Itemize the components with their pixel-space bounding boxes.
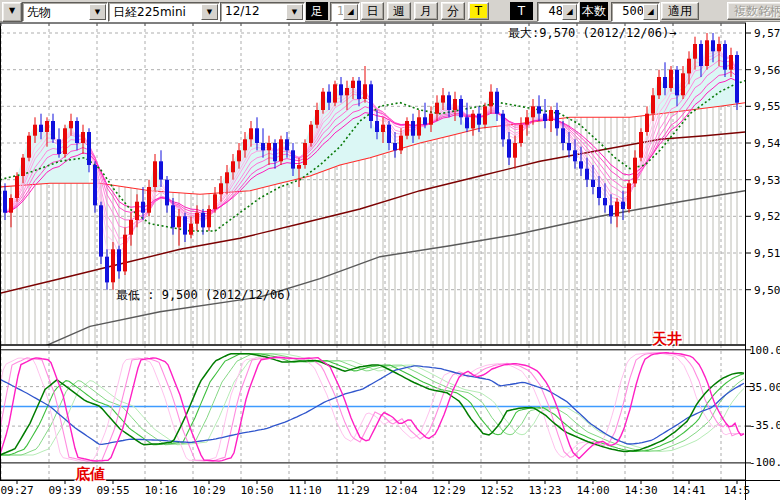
osc-label: 35.00 [749, 381, 775, 394]
chevron-down-icon[interactable]: ▼ [89, 4, 106, 20]
min-price-annotation: 最低 : 9,500 (2012/12/06) [116, 287, 292, 304]
bar-count-label: 本数 [580, 2, 608, 20]
time-label: 12:04 [377, 484, 425, 497]
price-label: 9,510 [754, 247, 780, 260]
spinner-icon[interactable]: ◢ [562, 4, 577, 20]
minute-button[interactable]: 分 [441, 2, 465, 20]
weekly-button[interactable]: 週 [387, 2, 411, 20]
spinner-icon[interactable]: ◢ [343, 4, 358, 20]
time-label: 09:55 [89, 484, 137, 497]
time-label: 14:30 [617, 484, 665, 497]
market-select[interactable]: 先物 ▼ [22, 2, 108, 22]
price-label: 9,570 [754, 27, 780, 40]
daily-button[interactable]: 日 [361, 2, 384, 20]
time-label: 11:29 [329, 484, 377, 497]
time-label: 10:50 [233, 484, 281, 497]
toolbar: ▼ 先物 ▼ 日経225mini ▼ 12/12 ▼ 足 1 ◢ 日 週 月 分… [0, 0, 780, 22]
symbol-select-value: 日経225mini [113, 4, 186, 21]
max-price-annotation: 最大:9,570 (2012/12/06)→ [508, 25, 677, 42]
time-label: 13:23 [521, 484, 569, 497]
time-label: 10:29 [185, 484, 233, 497]
osc-label: -100.00 [749, 456, 775, 469]
time-label: 09:39 [41, 484, 89, 497]
time-label: 12:29 [425, 484, 473, 497]
time-label: 11:10 [281, 484, 329, 497]
osc-label: -35.00 [749, 419, 775, 432]
tick-size-label: T [510, 2, 533, 20]
contract-month-value: 12/12 [225, 4, 260, 18]
monthly-button[interactable]: 月 [414, 2, 438, 20]
time-label: 14:41 [665, 484, 713, 497]
price-label: 9,550 [754, 100, 780, 113]
time-label: 14:00 [569, 484, 617, 497]
bar-count-value: 500 [612, 4, 644, 18]
ceiling-annotation: 天井 [652, 330, 682, 349]
price-label: 9,520 [754, 210, 780, 223]
chevron-down-icon[interactable]: ▼ [201, 4, 218, 20]
history-dropdown-button[interactable]: ▼ [2, 2, 22, 22]
time-label: 09:27 [0, 484, 41, 497]
price-chart-canvas[interactable] [0, 22, 780, 500]
tick-button[interactable]: T [468, 2, 489, 20]
time-label: 10:16 [137, 484, 185, 497]
price-label: 9,530 [754, 174, 780, 187]
chevron-down-icon[interactable]: ▼ [286, 4, 303, 20]
price-label: 9,560 [754, 64, 780, 77]
chart-window: ▼ 先物 ▼ 日経225mini ▼ 12/12 ▼ 足 1 ◢ 日 週 月 分… [0, 0, 780, 500]
bar-type-label: 足 [306, 2, 328, 20]
symbol-select[interactable]: 日経225mini ▼ [108, 2, 220, 22]
bar-count-spinner[interactable]: 500 ◢ [611, 2, 660, 22]
bar-interval-spinner[interactable]: 1 ◢ [330, 2, 360, 22]
osc-label: 100.00 [749, 344, 775, 357]
contract-month-select[interactable]: 12/12 ▼ [220, 2, 305, 22]
tick-count-value: 48 [538, 4, 563, 18]
multi-symbol-button[interactable]: 複数銘柄 [727, 2, 780, 20]
bottom-annotation: 底値 [75, 465, 105, 484]
time-label: 12:52 [473, 484, 521, 497]
price-label: 9,500 [754, 284, 780, 297]
time-label: 14:5 [713, 484, 761, 497]
market-select-value: 先物 [27, 4, 51, 21]
spinner-icon[interactable]: ◢ [643, 4, 658, 20]
tick-count-spinner[interactable]: 48 ◢ [537, 2, 579, 22]
chart-panel: 9,570 9,560 9,550 9,540 9,530 9,520 9,51… [0, 22, 780, 500]
apply-button[interactable]: 適用 [661, 2, 699, 20]
price-label: 9,540 [754, 137, 780, 150]
